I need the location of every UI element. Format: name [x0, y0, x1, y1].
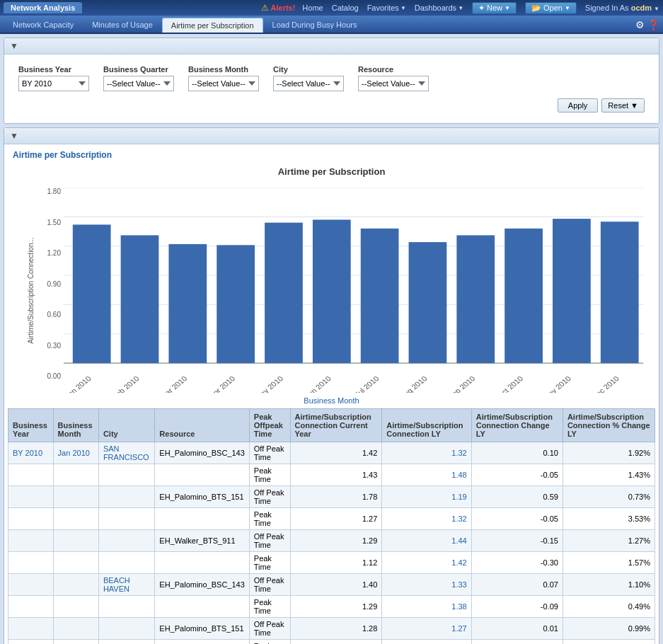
bar-aug [409, 242, 447, 363]
th-peak-time: Peak Offpeak Time [249, 409, 290, 442]
bar-mar [168, 244, 207, 363]
td-city [98, 508, 154, 530]
filter-collapse-btn[interactable]: ▼ [10, 41, 18, 51]
table-row: BEACH HAVENEH_Palomino_BSC_143Off Peak T… [8, 574, 655, 596]
resource-label: Resource [358, 65, 429, 74]
td-year [8, 552, 54, 574]
td-city [98, 552, 154, 574]
table-wrapper: Business Year Business Month City Resour… [4, 408, 659, 644]
td-resource: EH_Palomino_BSC_143 [155, 574, 249, 596]
td-pct-change: 1.57% [563, 552, 655, 574]
filter-group-business-month: Business Month --Select Value-- [188, 65, 259, 91]
filter-group-resource: Resource --Select Value-- [358, 65, 429, 91]
apply-button[interactable]: Apply [558, 98, 599, 113]
td-ly[interactable]: 1.32 [382, 442, 471, 464]
open-icon: 📂 [531, 4, 541, 13]
business-quarter-select[interactable]: --Select Value-- [103, 76, 174, 91]
nav-favorites[interactable]: Favorites ▼ [367, 4, 406, 12]
bar-feb [121, 235, 159, 363]
td-current: 1.35 [290, 640, 382, 645]
y-tick-090: 0.90 [47, 280, 61, 288]
y-tick-030: 0.30 [47, 342, 61, 350]
td-city[interactable]: BEACH HAVEN [98, 574, 154, 596]
td-year [8, 596, 54, 618]
td-month[interactable]: Jan 2010 [53, 442, 98, 464]
x-label-mar: Mar 2010 [158, 374, 189, 393]
x-axis-label: Business Month [13, 396, 650, 405]
help-icon-btn[interactable]: ❓ [647, 19, 659, 30]
td-ly[interactable]: 1.32 [382, 508, 471, 530]
business-month-select[interactable]: --Select Value-- [188, 76, 259, 91]
reset-button[interactable]: Reset ▼ [601, 98, 645, 113]
td-ly[interactable]: 1.19 [382, 486, 471, 508]
td-pct-change: 1.10% [563, 574, 655, 596]
nav-catalog[interactable]: Catalog [332, 4, 359, 12]
tab-airtime-per-subscription[interactable]: Airtime per Subscription [162, 18, 263, 33]
td-year [8, 640, 54, 645]
resource-select[interactable]: --Select Value-- [358, 76, 429, 91]
td-peak: Off Peak Time [249, 442, 290, 464]
table-header-row: Business Year Business Month City Resour… [8, 409, 655, 442]
td-month [53, 552, 98, 574]
td-resource: EH_Walker_BTS_911 [155, 530, 249, 552]
nav-home[interactable]: Home [302, 4, 323, 12]
x-label-dec: Dec 2010 [589, 374, 621, 393]
td-resource [155, 508, 249, 530]
td-pct-change: 0.99% [563, 618, 655, 640]
filter-body: Business Year BY 2009 BY 2010 BY 2011 Bu… [4, 54, 659, 123]
city-select[interactable]: --Select Value-- [273, 76, 344, 91]
td-month [53, 618, 98, 640]
x-label-apr: Apr 2010 [207, 374, 236, 393]
y-axis-label: Airtime/Subscription Connection... [27, 237, 35, 344]
td-ly[interactable]: 1.48 [382, 464, 471, 486]
td-month [53, 464, 98, 486]
td-ly[interactable]: 1.44 [382, 530, 471, 552]
x-label-aug: Aug 2010 [398, 374, 429, 393]
td-year [8, 508, 54, 530]
td-month [53, 640, 98, 645]
chart-collapse-btn[interactable]: ▼ [10, 131, 18, 141]
new-icon: ✦ [478, 4, 485, 13]
td-pct-change: 3.53% [563, 508, 655, 530]
td-pct-change: 0.49% [563, 596, 655, 618]
td-city[interactable]: SAN FRANCISCO [98, 442, 154, 464]
td-change: 0.07 [471, 574, 563, 596]
td-resource [155, 596, 249, 618]
nav-dashboards[interactable]: Dashboards ▼ [415, 4, 463, 12]
td-ly[interactable]: 1.27 [382, 618, 471, 640]
filter-actions: Apply Reset ▼ [18, 98, 645, 113]
td-change: 0.10 [471, 442, 563, 464]
user-caret: ▼ [654, 6, 659, 12]
td-resource [155, 640, 249, 645]
table-row: BY 2010Jan 2010SAN FRANCISCOEH_Palomino_… [8, 442, 655, 464]
reset-caret-icon: ▼ [630, 101, 638, 110]
td-year[interactable]: BY 2010 [8, 442, 54, 464]
td-current: 1.28 [290, 618, 382, 640]
td-year [8, 618, 54, 640]
y-tick-060: 0.60 [47, 311, 61, 318]
alert-icon: ⚠ [261, 3, 269, 13]
tab-load-during-busy-hours[interactable]: Load During Busy Hours [263, 17, 367, 33]
tab-network-capacity[interactable]: Network Capacity [4, 17, 83, 33]
alert-text[interactable]: Alerts! [271, 4, 296, 12]
td-resource: EH_Palomino_BTS_151 [155, 618, 249, 640]
chart-svg: Jan 2010 Feb 2010 Mar 2010 Apr 2010 May … [64, 188, 643, 393]
nav-open-btn[interactable]: 📂 Open ▼ [525, 2, 577, 14]
td-month [53, 486, 98, 508]
nav-new-btn[interactable]: ✦ New ▼ [472, 2, 517, 14]
td-ly[interactable]: 1.38 [382, 596, 471, 618]
td-ly[interactable]: 1.42 [382, 552, 471, 574]
settings-icon-btn[interactable]: ⚙ [635, 19, 645, 30]
filter-panel-header: ▼ [4, 38, 659, 54]
business-year-select[interactable]: BY 2009 BY 2010 BY 2011 [18, 76, 89, 91]
td-ly[interactable]: 1.33 [382, 574, 471, 596]
business-year-label: Business Year [18, 65, 89, 74]
table-row: Peak Time1.271.32-0.053.53% [8, 508, 655, 530]
tab-minutes-of-usage[interactable]: Minutes of Usage [83, 17, 162, 33]
table-row: Peak Time1.351.47-0.122.05% [8, 640, 655, 645]
bar-jan [73, 224, 111, 363]
chart-section-title: Airtime per Subscription [4, 144, 659, 163]
td-peak: Off Peak Time [249, 486, 290, 508]
th-resource: Resource [155, 409, 249, 442]
td-ly[interactable]: 1.47 [382, 640, 471, 645]
